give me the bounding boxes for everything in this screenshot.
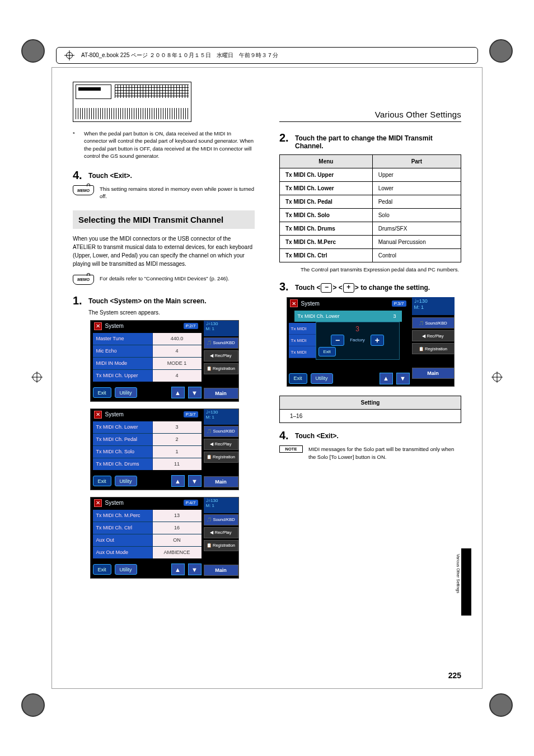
tab-recplay[interactable]: ◀ Rec/Play [204, 350, 238, 361]
step-text: Touch <Exit>. [88, 172, 255, 180]
list-item[interactable]: Mic Echo4 [93, 345, 202, 358]
registration-mark [31, 372, 43, 383]
table-note: The Control part transmits Expression pe… [301, 266, 461, 273]
step-text: Touch <System> on the Main screen. [88, 297, 255, 305]
utility-button[interactable]: Utility [311, 373, 333, 384]
right-column: Various Other Settings 2. Touch the part… [279, 82, 461, 674]
note-block: NOTE MIDI messages for the Solo part wil… [279, 445, 461, 461]
list-item[interactable]: Tx MIDI Ch. Solo1 [93, 446, 202, 458]
setting-value: 1–16 [280, 410, 461, 423]
exit-button[interactable]: Exit [289, 373, 307, 384]
tab-main[interactable]: Main [204, 388, 238, 399]
tab-registration[interactable]: 📋 Registration [204, 363, 238, 374]
setting-table: Setting 1–16 [279, 396, 461, 423]
tab-sound[interactable]: 🎵 Sound/KBD [204, 514, 238, 525]
list-item[interactable]: Tx MIDI Ch. Drums11 [93, 458, 202, 470]
utility-button[interactable]: Utility [115, 476, 137, 486]
footnote-text: When the pedal part button is ON, data r… [84, 130, 255, 159]
list-item[interactable]: Tx MIDI Ch. M.Perc13 [93, 510, 202, 522]
factory-label[interactable]: Factory [350, 337, 365, 342]
tab-registration[interactable]: 📋 Registration [412, 343, 455, 354]
step-number: 4. [73, 170, 88, 181]
popup-exit-button[interactable]: Exit [318, 347, 336, 356]
close-icon[interactable]: ✕ [94, 499, 102, 507]
crop-header-text: AT-800_e.book 225 ページ ２００８年１０月１５日 水曜日 午前… [81, 51, 278, 59]
footnote-asterisk: * [73, 130, 84, 159]
tab-recplay[interactable]: ◀ Rec/Play [204, 527, 238, 538]
thumb-tab [461, 548, 471, 616]
memo-text: This setting remains stored in memory ev… [100, 185, 255, 200]
scroll-up-button[interactable] [171, 387, 185, 398]
tab-registration[interactable]: 📋 Registration [204, 540, 238, 551]
screen-title: System [105, 323, 124, 329]
scroll-down-button[interactable] [188, 387, 202, 398]
table-row: Tx MIDI Ch. PedalPedal [280, 195, 461, 209]
tab-main[interactable]: Main [412, 368, 455, 379]
keyboard-illustration [73, 82, 191, 122]
scroll-down-button[interactable] [188, 475, 202, 487]
list-item[interactable]: Tx MIDI Ch. Ctrl16 [93, 522, 202, 534]
table-row: Tx MIDI Ch. LowerLower [280, 182, 461, 195]
list-item[interactable]: MIDI IN ModeMODE 1 [93, 358, 202, 370]
step-4a: 4. Touch <Exit>. [73, 170, 255, 181]
minus-icon: − [321, 283, 332, 293]
screen-title: System [105, 500, 124, 506]
tempo-panel: ♩=130M: 1 [204, 321, 238, 336]
minus-button[interactable]: − [331, 335, 344, 346]
tab-sound[interactable]: 🎵 Sound/KBD [204, 337, 238, 349]
print-corner-mark [489, 39, 513, 63]
system-screenshot-2: ✕ System P.3/7 ♩=130M: 1 Tx MIDI Ch. Low… [90, 408, 238, 490]
running-head: Various Other Settings [279, 110, 461, 119]
subsection-heading: Selecting the MIDI Transmit Channel [73, 210, 255, 229]
exit-button[interactable]: Exit [93, 564, 111, 575]
list-item[interactable]: Tx MIDI Ch. Pedal2 [93, 434, 202, 446]
exit-button[interactable]: Exit [93, 476, 111, 486]
content: * When the pedal part button is ON, data… [73, 82, 461, 674]
th-part: Part [372, 155, 461, 168]
list-item[interactable]: Master Tune440.0 [93, 333, 202, 345]
table-row: Tx MIDI Ch. SoloSolo [280, 209, 461, 222]
screen-page: P.3/7 [392, 300, 406, 307]
list-item[interactable]: Tx MIDI Ch. Lower3 [93, 421, 202, 434]
step-1: 1. Touch <System> on the Main screen. [73, 295, 255, 306]
subsection-paragraph: When you use the MIDI connectors or the … [73, 234, 255, 268]
scroll-up-button[interactable] [171, 475, 185, 487]
list-item[interactable]: Aux OutON [93, 534, 202, 547]
left-column: * When the pedal part button is ON, data… [73, 82, 255, 674]
exit-button[interactable]: Exit [93, 387, 111, 398]
tempo-panel: ♩=130M: 1 [412, 297, 455, 315]
utility-button[interactable]: Utility [115, 387, 137, 398]
screen-page: P.4/7 [184, 500, 198, 506]
tab-sound[interactable]: 🎵 Sound/KBD [204, 426, 238, 437]
step-3: 3. Touch <−> <+> to change the setting. [279, 281, 461, 293]
step-number: 3. [279, 281, 295, 292]
system-screenshot-3: ✕ System P.4/7 ♩=130M: 1 Tx MIDI Ch. M.P… [90, 497, 238, 579]
tab-registration[interactable]: 📋 Registration [204, 452, 238, 463]
scroll-up-button[interactable] [380, 373, 393, 384]
note-text: MIDI messages for the Solo part will be … [308, 445, 461, 461]
scroll-down-button[interactable] [188, 564, 202, 575]
screen-page: P.3/7 [184, 411, 198, 417]
print-corner-mark [489, 693, 513, 717]
close-icon[interactable]: ✕ [94, 322, 102, 330]
step-number: 2. [279, 132, 295, 143]
close-icon[interactable]: ✕ [94, 411, 102, 419]
plus-button[interactable]: + [371, 335, 384, 346]
tab-recplay[interactable]: ◀ Rec/Play [204, 439, 238, 450]
utility-button[interactable]: Utility [115, 564, 137, 575]
step-text: Touch the part to change the MIDI Transm… [295, 134, 461, 150]
list-item[interactable]: Aux Out ModeAMBIENCE [93, 547, 202, 558]
screen-title: System [301, 300, 320, 307]
scroll-down-button[interactable] [396, 373, 410, 384]
registration-icon [64, 50, 74, 60]
popup-title-bar: Tx MIDI Ch. Lower 3 [294, 311, 402, 322]
close-icon[interactable]: ✕ [290, 299, 298, 307]
tab-main[interactable]: Main [204, 565, 238, 576]
tab-recplay[interactable]: ◀ Rec/Play [412, 330, 455, 341]
list-item[interactable]: Tx MIDI Ch. Upper4 [93, 370, 202, 382]
tab-main[interactable]: Main [204, 476, 238, 487]
print-corner-mark [21, 693, 45, 717]
scroll-up-button[interactable] [171, 564, 185, 575]
print-corner-mark [21, 39, 45, 63]
tab-sound[interactable]: 🎵 Sound/KBD [412, 317, 455, 328]
